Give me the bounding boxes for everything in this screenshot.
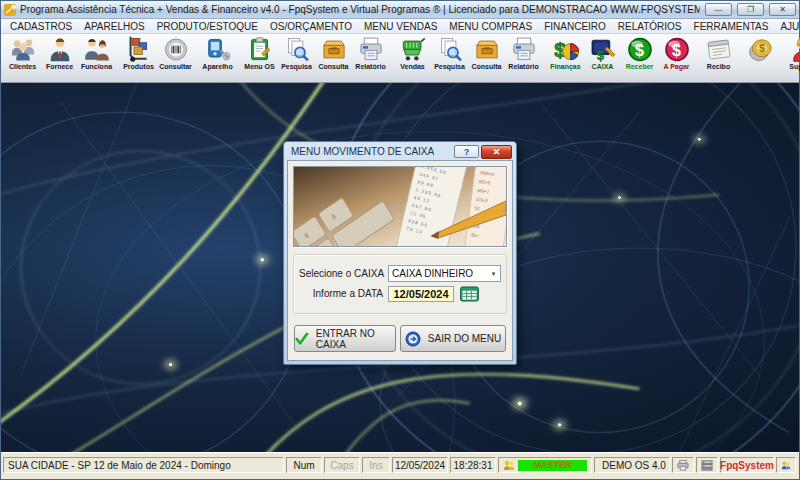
svg-text:$: $ [597,49,604,63]
users-icon [781,460,791,471]
menu-item-produto-estoque[interactable]: PRODUTO/ESTOQUE [151,21,264,32]
toolbar-button-consulta[interactable]: Consulta [468,35,505,82]
menu-item-os-or-amento[interactable]: OS/ORÇAMENTO [264,21,358,32]
caixa-icon: $ [589,36,617,63]
toolbar-button-aparelho[interactable]: Aparelho [199,35,236,82]
toolbar-button-caixa[interactable]: $CAIXA [584,35,621,82]
toolbar-button-menu-os[interactable]: Menu OS [241,35,278,82]
dialog-buttons: ENTRAR NO CAIXA SAIR DO MENU [294,325,506,352]
toolbar-button-receber[interactable]: $Receber [621,35,658,82]
status-caps: Caps [324,457,360,473]
toolbar-button-vendas[interactable]: Vendas [394,35,431,82]
toolbar-button-label: CAIXA [592,63,614,71]
caixa-select-value: CAIXA DINHEIRO [392,268,473,279]
status-date: 12/05/2024 [392,457,448,473]
toolbar-group: $Finanças$CAIXA$Receber$A Pagar [547,35,695,82]
toolbar-button-fornece[interactable]: Fornece [41,35,78,82]
banner-photo: 789 45Enter 1 , 4 5 0 . 0 02 4 6 . 3 1 8… [293,166,507,247]
status-brand: FpqSystem [720,457,774,473]
caixa-select[interactable]: CAIXA DINHEIRO ▼ [388,265,501,282]
enter-caixa-button[interactable]: ENTRAR NO CAIXA [294,325,396,352]
menu-item-ajuda[interactable]: AJUDA [774,21,800,32]
toolbar-button-label: Consulta [319,63,349,71]
financas-icon: $ [552,36,580,63]
toolbar-button-moeda[interactable]: $ [742,35,779,82]
exit-menu-button[interactable]: SAIR DO MENU [400,325,506,352]
chevron-down-icon[interactable]: ▼ [487,266,500,281]
toolbar-button-pesquisa[interactable]: Pesquisa [431,35,468,82]
consulta-icon [320,36,348,63]
menu-item-cadastros[interactable]: CADASTROS [4,21,78,32]
svg-text:$: $ [758,42,764,54]
toolbar-button-label: Pesquisa [434,63,465,71]
consultar-icon [162,36,190,63]
toolbar-button-clientes[interactable]: Clientes [4,35,41,82]
check-icon [295,331,309,347]
dialog-close-button[interactable]: ✕ [481,145,512,159]
printer-icon [677,460,689,471]
server-icon [701,460,713,471]
toolbar-group: $ [742,35,779,82]
toolbar-button-funciona[interactable]: Funciona [78,35,115,82]
toolbar-button-label: Produtos [123,63,154,71]
date-field[interactable]: 12/05/2024 [388,286,454,302]
calendar-button[interactable] [459,285,479,302]
aparelho-icon [204,36,232,63]
toolbar-group: ProdutosConsultar [120,35,194,82]
toolbar-button-label: Funciona [81,63,112,71]
toolbar-button-finan-as[interactable]: $Finanças [547,35,584,82]
produtos-icon [125,36,153,63]
toolbar-group: Suporte [784,35,800,82]
menu-item-menu-vendas[interactable]: MENU VENDAS [358,21,443,32]
status-users-panel [776,457,796,473]
a-pagar-icon: $ [663,36,691,63]
toolbar-button-pesquisa[interactable]: Pesquisa [278,35,315,82]
restore-button[interactable]: ❐ [737,3,764,16]
menu-item-menu-compras[interactable]: MENU COMPRAS [443,21,538,32]
toolbar-button-relat-rio[interactable]: Relatório [505,35,542,82]
toolbar-button-label: Relatório [508,63,538,71]
toolbar-button-label: Recibo [707,63,730,71]
toolbar-button-consulta[interactable]: Consulta [315,35,352,82]
svg-text:$: $ [671,41,680,59]
app-window: Programa Assistência Técnica + Vendas & … [0,0,800,480]
toolbar-button-label: Consultar [159,63,192,71]
toolbar-group: Aparelho [199,35,236,82]
toolbar-button-label: Menu OS [244,63,274,71]
calendar-icon [460,286,479,302]
app-logo-icon [4,4,16,16]
caixa-form-group: Selecione o CAIXA CAIXA DINHEIRO ▼ Infor… [293,254,507,314]
status-version-panel: DEMO OS 4.0 [594,457,670,473]
status-ins: Ins [362,457,390,473]
toolbar-group: Recibo [700,35,737,82]
toolbar-button-label: Consulta [472,63,502,71]
toolbar-button-label: Pesquisa [281,63,312,71]
dialog-help-button[interactable]: ? [454,145,479,158]
status-user-panel: MASTER [498,457,592,473]
menu-item-financeiro[interactable]: FINANCEIRO [538,21,612,32]
toolbar-button-label: Relatório [355,63,385,71]
recibo-icon [705,36,733,63]
menu-item-ferramentas[interactable]: FERRAMENTAS [688,21,775,32]
status-time: 18:28:31 [450,457,496,473]
moeda-icon: $ [747,36,775,63]
toolbar-button-suporte[interactable]: Suporte [784,35,800,82]
menu-item-relat-rios[interactable]: RELATÓRIOS [612,21,688,32]
window-title: Programa Assistência Técnica + Vendas & … [20,4,700,15]
status-bar: SUA CIDADE - SP 12 de Maio de 2024 - Dom… [1,452,799,479]
toolbar-button-relat-rio[interactable]: Relatório [352,35,389,82]
pesquisa-icon [283,36,311,63]
status-user-badge: MASTER [518,460,587,471]
dialog-body: 789 45Enter 1 , 4 5 0 . 0 02 4 6 . 3 1 8… [287,160,513,361]
dialog-title-bar: MENU MOVIMENTO DE CAIXA ? ✕ [287,143,513,160]
menu-item-aparelhos[interactable]: APARELHOS [78,21,150,32]
minimize-button[interactable]: — [705,3,732,16]
suporte-icon [789,36,800,63]
toolbar-group: ClientesForneceFunciona [4,35,115,82]
caixa-dialog: MENU MOVIMENTO DE CAIXA ? ✕ [283,141,517,365]
close-button[interactable]: ✕ [769,3,796,16]
toolbar-button-produtos[interactable]: Produtos [120,35,157,82]
toolbar-button-a-pagar[interactable]: $A Pagar [658,35,695,82]
toolbar-button-consultar[interactable]: Consultar [157,35,194,82]
toolbar-button-recibo[interactable]: Recibo [700,35,737,82]
